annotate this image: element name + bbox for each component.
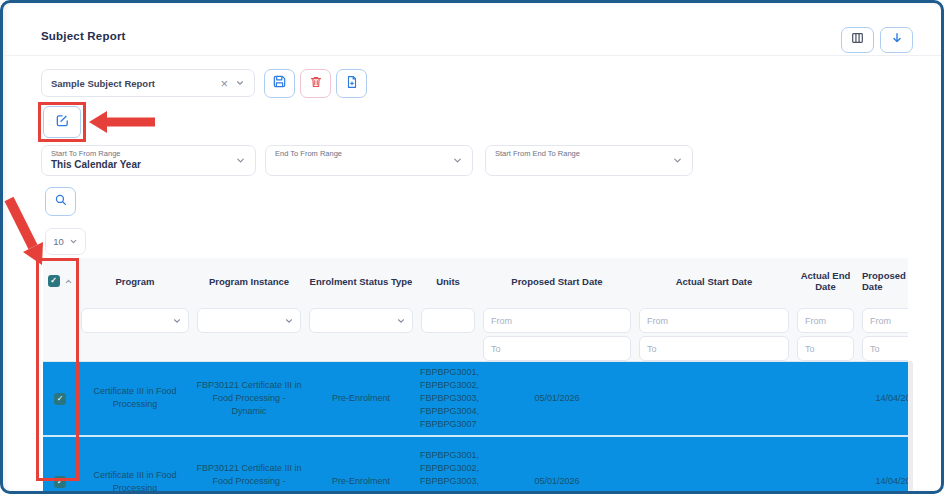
actual-end-from-input[interactable]: [797, 308, 854, 333]
chevron-down-icon: [172, 316, 182, 326]
filter-label: End To From Range: [275, 149, 342, 158]
edit-pencil-square-icon: [55, 113, 70, 132]
report-select-value: Sample Subject Report: [51, 78, 220, 89]
units-filter-input[interactable]: [421, 308, 475, 333]
clear-icon[interactable]: ×: [220, 77, 228, 90]
filter-label: Start To From Range: [51, 149, 120, 158]
table-columns-icon: [850, 31, 865, 49]
save-icon: [272, 74, 287, 93]
page-size-value: 10: [53, 236, 64, 247]
cell-actual-end-date: [793, 436, 858, 492]
search-icon: [54, 193, 68, 211]
cell-actual-start-date: [635, 362, 793, 436]
filter-start-to-from-range[interactable]: Start To From Range This Calendar Year: [41, 145, 256, 176]
chevron-down-icon: [396, 316, 406, 326]
cell-actual-end-date: [793, 362, 858, 436]
new-file-icon: [345, 75, 359, 93]
select-all-checkbox[interactable]: ✓: [48, 275, 60, 287]
columns-settings-button[interactable]: [841, 27, 874, 53]
column-header-units[interactable]: Units: [417, 258, 479, 304]
title-separator: [3, 55, 941, 56]
cell-proposed-end-date: 14/04/2026: [858, 436, 908, 492]
chevron-down-icon: [284, 316, 294, 326]
filter-cell-empty: [43, 304, 77, 362]
proposed-end-from-input[interactable]: [862, 308, 908, 333]
proposed-start-from-input[interactable]: [483, 308, 631, 333]
edit-report-button[interactable]: [43, 106, 81, 138]
cell-enrolment-status-type: Pre-Enrolment: [305, 362, 417, 436]
page-title: Subject Report: [41, 30, 126, 42]
filter-end-to-from-range[interactable]: End To From Range: [265, 145, 473, 176]
cell-proposed-start-date: 05/01/2026: [479, 362, 635, 436]
column-header-proposed-end-date[interactable]: Proposed End Date: [858, 258, 908, 304]
proposed-start-to-input[interactable]: [483, 336, 631, 361]
annotation-arrow-edit: [89, 109, 157, 135]
row-checkbox[interactable]: ✓: [54, 476, 66, 488]
report-select-dropdown[interactable]: Sample Subject Report ×: [41, 69, 255, 97]
column-header-enrolment-status-type[interactable]: Enrolment Status Type: [305, 258, 417, 304]
cell-program: Certificate III in Food Processing: [77, 362, 193, 436]
cell-program: Certificate III in Food Processing: [77, 436, 193, 492]
column-header-actual-end-date[interactable]: Actual End Date: [793, 258, 858, 304]
cell-proposed-end-date: 14/04/2026: [858, 362, 908, 436]
filter-start-from-end-to-range[interactable]: Start From End To Range: [485, 145, 693, 176]
chevron-down-icon: [235, 155, 246, 166]
cell-proposed-start-date: 05/01/2026: [479, 436, 635, 492]
program-instance-filter-select[interactable]: [197, 308, 301, 333]
cell-program-instance: FBP30121 Certificate III in Food Process…: [193, 436, 305, 492]
chevron-down-icon: [452, 155, 463, 166]
chevron-down-icon[interactable]: [235, 78, 245, 88]
filter-label: Start From End To Range: [495, 149, 580, 158]
vertical-scrollbar[interactable]: [908, 361, 913, 491]
actual-end-to-input[interactable]: [797, 336, 854, 361]
download-button[interactable]: [880, 27, 913, 53]
chevron-down-icon: [672, 155, 683, 166]
column-header-actual-start-date[interactable]: Actual Start Date: [635, 258, 793, 304]
delete-report-button[interactable]: [300, 69, 331, 98]
column-header-program[interactable]: Program: [77, 258, 193, 304]
cell-units: FBPBPG3001, FBPBPG3002, FBPBPG3003, FBPB…: [417, 436, 479, 492]
chevron-down-icon: [69, 237, 78, 246]
column-header-proposed-start-date[interactable]: Proposed Start Date: [479, 258, 635, 304]
table-row[interactable]: ✓ Certificate III in Food Processing FBP…: [43, 436, 908, 492]
cell-actual-start-date: [635, 436, 793, 492]
actual-start-from-input[interactable]: [639, 308, 789, 333]
actual-start-to-input[interactable]: [639, 336, 789, 361]
cell-units: FBPBPG3001, FBPBPG3002, FBPBPG3003, FBPB…: [417, 362, 479, 436]
cell-program-instance: FBP30121 Certificate III in Food Process…: [193, 362, 305, 436]
filter-value: This Calendar Year: [51, 159, 141, 170]
page-size-dropdown[interactable]: 10: [45, 228, 86, 255]
sort-caret-icon[interactable]: [64, 277, 73, 286]
save-report-button[interactable]: [264, 69, 295, 98]
program-filter-select[interactable]: [81, 308, 189, 333]
trash-icon: [309, 75, 323, 93]
app-window: Subject Report Sample Subject Report ×: [0, 0, 944, 494]
results-table: ✓ Program Program Instance Enrolment Sta…: [43, 258, 908, 491]
table-header-row: ✓ Program Program Instance Enrolment Sta…: [43, 258, 908, 304]
search-button[interactable]: [45, 187, 76, 216]
row-checkbox[interactable]: ✓: [54, 393, 66, 405]
enrolment-status-filter-select[interactable]: [309, 308, 413, 333]
table-row[interactable]: ✓ Certificate III in Food Processing FBP…: [43, 362, 908, 436]
select-all-header: ✓: [43, 258, 77, 304]
proposed-end-to-input[interactable]: [862, 336, 908, 361]
cell-enrolment-status-type: Pre-Enrolment: [305, 436, 417, 492]
download-icon: [890, 31, 904, 49]
new-report-button[interactable]: [336, 69, 367, 98]
table-filter-row: [43, 304, 908, 362]
column-header-program-instance[interactable]: Program Instance: [193, 258, 305, 304]
